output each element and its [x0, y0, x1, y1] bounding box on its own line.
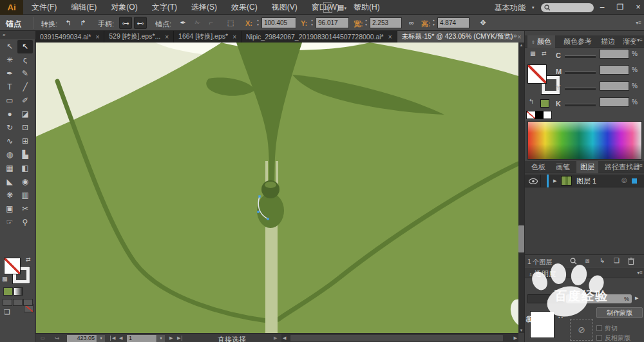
width-stepper[interactable]: ▴▾: [363, 18, 369, 28]
previous-artboard-icon[interactable]: ◀: [119, 336, 122, 341]
panel-menu-icon[interactable]: ▾≡: [637, 270, 643, 276]
fill-color-proxy[interactable]: [4, 258, 21, 274]
scroll-left-icon[interactable]: ◀: [283, 336, 286, 341]
shape-builder-tool[interactable]: ◍: [2, 148, 17, 162]
artboard-canvas[interactable]: [36, 43, 518, 333]
show-handles-button[interactable]: ⊶: [119, 17, 132, 29]
line-segment-tool[interactable]: ╱: [17, 81, 33, 94]
blob-brush-tool[interactable]: ●: [2, 108, 17, 121]
zoom-level-field[interactable]: 423.05: [67, 335, 97, 342]
channel-c-field[interactable]: [600, 49, 629, 59]
cut-path-button[interactable]: ⌐: [205, 17, 218, 29]
document-tab[interactable]: 529 [转换].eps*...×: [104, 31, 174, 43]
last-color-chip[interactable]: [540, 99, 549, 108]
tab-close-icon[interactable]: ×: [165, 33, 169, 41]
scroll-down-icon[interactable]: ▼: [518, 328, 524, 332]
transparency-panel-header[interactable]: ⇕ 透明度 ▾≡: [525, 268, 644, 278]
status-extra-a-icon[interactable]: ▭: [41, 336, 45, 341]
last-artboard-icon[interactable]: ▶: [177, 336, 182, 341]
hand-tool[interactable]: ☞: [2, 216, 17, 229]
locate-object-icon[interactable]: [570, 258, 577, 265]
visibility-eye-icon[interactable]: [529, 178, 538, 184]
x-stepper[interactable]: ▴▾: [255, 18, 261, 28]
artboard-number-field[interactable]: 1: [127, 335, 156, 342]
screen-mode-button[interactable]: ❏: [4, 308, 10, 316]
channel-y-field[interactable]: [600, 81, 629, 91]
symbol-sprayer-tool[interactable]: ❋: [2, 189, 17, 202]
horizontal-scrollbar[interactable]: ◀ ▶: [281, 334, 518, 342]
color-button[interactable]: [3, 287, 13, 296]
tab-close-icon[interactable]: ×: [388, 33, 392, 41]
make-clip-mask-icon[interactable]: ⧈: [585, 257, 589, 265]
width-tool[interactable]: ∿: [2, 135, 17, 148]
y-stepper[interactable]: ▴▾: [309, 18, 315, 28]
menu-view[interactable]: 视图(V): [265, 0, 305, 15]
document-tab[interactable]: Nipic_29842067_20190830144507728000.ai*×: [242, 31, 397, 43]
status-proxy-icon[interactable]: ▶: [274, 336, 277, 341]
height-field[interactable]: 4.874 mm: [437, 17, 469, 28]
document-tab[interactable]: 03915499034.ai*×: [35, 31, 104, 43]
restore-button[interactable]: ❐: [612, 0, 629, 15]
opacity-play-icon[interactable]: ▶: [635, 296, 638, 301]
tab-close-icon[interactable]: ×: [95, 33, 99, 41]
pencil-tool[interactable]: ✎: [17, 67, 33, 81]
width-field[interactable]: 2.253 mm: [370, 17, 402, 28]
layer-target-icon[interactable]: ◎: [621, 176, 627, 184]
tab-close-icon[interactable]: ×: [232, 33, 236, 41]
convert-to-smooth-button[interactable]: ↱: [77, 17, 90, 29]
swap-fill-stroke-icon[interactable]: ⇄: [26, 256, 31, 263]
document-tab[interactable]: 1664 [转换].eps*×: [174, 31, 242, 43]
draw-inside-mode-button[interactable]: [23, 299, 33, 306]
selection-tool[interactable]: ↖: [2, 40, 17, 53]
gradient-button[interactable]: [14, 287, 23, 296]
panel-menu-icon[interactable]: ▾≡: [637, 163, 643, 169]
zoom-dropdown-icon[interactable]: ▾: [97, 335, 105, 342]
clip-checkbox[interactable]: 剪切: [596, 324, 618, 333]
menu-edit[interactable]: 编辑(E): [64, 0, 104, 15]
opacity-field[interactable]: %: [566, 294, 632, 303]
arrange-documents-icon[interactable]: ▦▾: [337, 2, 346, 13]
artboard-tool[interactable]: ▣: [2, 202, 17, 216]
default-fill-stroke-icon[interactable]: ▩: [2, 276, 8, 282]
scroll-up-icon[interactable]: ▲: [518, 43, 524, 47]
anchor-point[interactable]: [257, 211, 259, 213]
remove-anchor-button[interactable]: ✁: [191, 17, 204, 29]
magic-wand-tool[interactable]: ✳: [2, 53, 17, 67]
tab-color[interactable]: ⇕ 颜色: [527, 35, 555, 48]
layer-name[interactable]: 图层 1: [576, 176, 596, 186]
fill-proxy-none[interactable]: [527, 64, 547, 84]
horizontal-scrollbar-thumb[interactable]: [290, 335, 503, 341]
channel-y-slider[interactable]: [565, 88, 596, 90]
channel-m-slider[interactable]: [565, 71, 596, 74]
channel-m-field[interactable]: [600, 65, 629, 75]
tools-panel-header[interactable]: «: [0, 31, 35, 39]
anchor-point[interactable]: [267, 218, 269, 220]
mask-slot[interactable]: ⊘: [570, 319, 593, 341]
convert-to-corner-button[interactable]: ↰: [62, 17, 75, 29]
y-field[interactable]: 96.017 mm: [316, 17, 349, 28]
artboard-dropdown-icon[interactable]: ▾: [157, 335, 165, 342]
menu-help[interactable]: 帮助(H): [346, 0, 387, 15]
white-swatch[interactable]: [544, 111, 551, 119]
direct-selection-tool[interactable]: ↖: [17, 40, 33, 53]
vertical-scrollbar[interactable]: ▲ ▼: [518, 43, 524, 333]
menu-object[interactable]: 对象(O): [104, 0, 144, 15]
tab-brushes[interactable]: 画笔: [552, 161, 574, 173]
pen-tool[interactable]: ✒: [2, 67, 17, 81]
invert-mask-checkbox[interactable]: 反相蒙版: [596, 334, 630, 342]
tab-stroke[interactable]: 描边: [597, 35, 619, 48]
draw-behind-mode-button[interactable]: [13, 299, 23, 306]
draw-normal-mode-button[interactable]: [3, 299, 12, 306]
mesh-tool[interactable]: ▦: [2, 162, 17, 175]
isolate-selection-button[interactable]: ⬚: [224, 17, 237, 29]
free-transform-tool[interactable]: ⊡: [17, 121, 33, 135]
minimize-button[interactable]: –: [594, 0, 611, 15]
zipper-pull-body[interactable]: [257, 193, 284, 228]
tab-layers[interactable]: 图层: [576, 161, 598, 173]
tab-swatches[interactable]: 色板: [527, 161, 549, 173]
live-paint-bucket-tool[interactable]: ▙: [17, 148, 33, 162]
layer-selection-indicator[interactable]: [632, 178, 637, 184]
rectangle-tool[interactable]: ▭: [2, 94, 17, 108]
gradient-tool[interactable]: ◧: [17, 162, 33, 175]
channel-c-slider[interactable]: [565, 55, 596, 58]
